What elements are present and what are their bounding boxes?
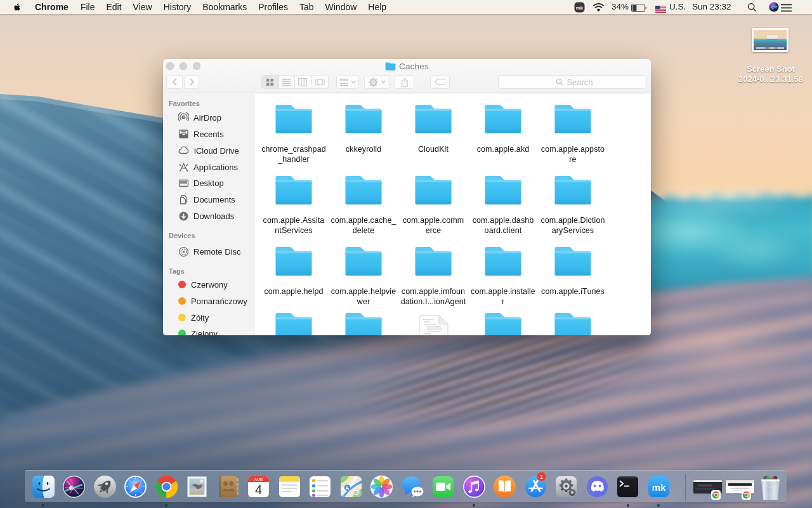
svg-text:mk: mk	[652, 482, 665, 493]
svg-text:4: 4	[255, 483, 262, 497]
svg-text:AUG: AUG	[254, 478, 263, 481]
svg-text:A: A	[345, 485, 350, 491]
svg-text:1: 1	[540, 474, 543, 480]
svg-text:3D: 3D	[354, 490, 360, 495]
svg-text:mk: mk	[576, 4, 584, 10]
